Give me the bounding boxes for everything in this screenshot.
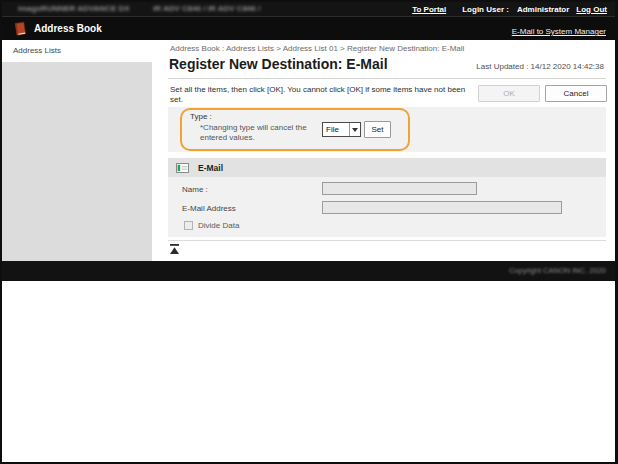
ok-button[interactable]: OK	[478, 85, 540, 102]
name-field[interactable]	[322, 182, 477, 195]
login-user-label: Login User :	[462, 5, 509, 14]
bottom-divider	[168, 240, 606, 241]
address-book-icon	[12, 21, 28, 37]
type-change-note: *Changing type will cancel the entered v…	[200, 123, 328, 144]
scroll-to-top-icon[interactable]	[170, 244, 179, 254]
type-select[interactable]: File	[322, 122, 361, 137]
title-divider	[168, 78, 606, 79]
chevron-down-icon	[349, 123, 360, 136]
top-bar-links: To Portal Login User : Administrator Log…	[412, 2, 607, 16]
set-button[interactable]: Set	[364, 121, 391, 138]
divide-data-checkbox[interactable]	[184, 221, 193, 230]
email-icon	[176, 163, 189, 173]
email-section-header: E-Mail	[168, 158, 606, 177]
to-portal-link[interactable]: To Portal	[412, 5, 446, 14]
email-address-field[interactable]	[322, 201, 562, 214]
sidebar-item-address-lists[interactable]: Address Lists	[2, 40, 152, 62]
email-to-system-manager-link[interactable]: E-Mail to System Manager	[512, 27, 606, 36]
page-title: Register New Destination: E-Mail	[169, 56, 388, 72]
login-user-value: Administrator	[517, 5, 569, 14]
email-address-label: E-Mail Address	[182, 204, 236, 213]
app-title-bar: Address Book E-Mail to System Manager	[2, 16, 615, 40]
app-title: Address Book	[34, 17, 102, 40]
device-model-text: imageRUNNER ADVANCE DX	[18, 2, 130, 16]
name-label: Name :	[182, 185, 208, 194]
remote-ui-page: imageRUNNER ADVANCE DX iR ADV C846 / iR …	[0, 0, 618, 464]
device-top-bar: imageRUNNER ADVANCE DX iR ADV C846 / iR …	[2, 2, 615, 16]
sidebar: Address Lists	[2, 40, 152, 261]
divide-data-label: Divide Data	[198, 221, 239, 230]
device-name-text: iR ADV C846 / iR ADV C846 /	[153, 2, 260, 16]
footer-bar: Copyright CANON INC. 2020	[2, 261, 615, 281]
copyright-text: Copyright CANON INC. 2020	[509, 261, 606, 281]
last-updated-text: Last Updated : 14/12 2020 14:42:38	[476, 62, 604, 71]
log-out-link[interactable]: Log Out	[576, 5, 607, 14]
type-select-value: File	[323, 125, 349, 134]
instruction-text: Set all the items, then click [OK]. You …	[170, 85, 478, 105]
email-section-title: E-Mail	[198, 163, 223, 173]
type-label: Type :	[190, 112, 212, 121]
cancel-button[interactable]: Cancel	[545, 85, 607, 102]
breadcrumb: Address Book : Address Lists > Address L…	[170, 44, 464, 53]
